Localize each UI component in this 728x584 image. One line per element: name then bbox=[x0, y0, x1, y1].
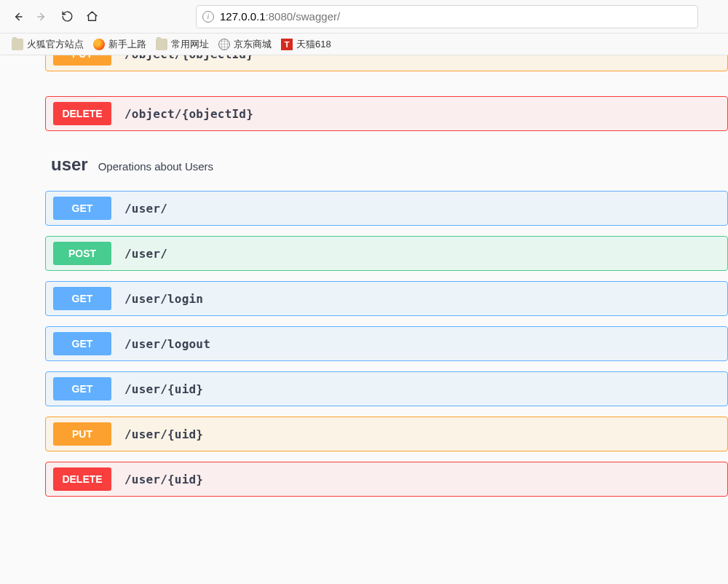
reload-icon bbox=[61, 10, 74, 23]
bookmark-label: 火狐官方站点 bbox=[27, 38, 84, 51]
url-text: 127.0.0.1:8080/swagger/ bbox=[220, 10, 340, 23]
op-path: /user/login bbox=[124, 292, 203, 306]
bookmark-common-sites[interactable]: 常用网址 bbox=[153, 36, 212, 52]
bookmark-firefox-official[interactable]: 火狐官方站点 bbox=[9, 36, 87, 52]
opblock-get-user-logout[interactable]: GET /user/logout bbox=[45, 326, 728, 361]
url-path: /swagger/ bbox=[293, 10, 340, 23]
page-content: PUT /object/{objectId} DELETE /object/{o… bbox=[0, 55, 728, 584]
op-path: /object/{objectId} bbox=[124, 55, 253, 61]
tag-name: user bbox=[51, 154, 88, 175]
opblock-delete-object[interactable]: DELETE /object/{objectId} bbox=[45, 96, 728, 131]
arrow-right-icon bbox=[36, 10, 49, 23]
opblock-post-user[interactable]: POST /user/ bbox=[45, 236, 728, 271]
firefox-icon bbox=[93, 39, 105, 50]
method-badge-get: GET bbox=[53, 332, 111, 355]
method-badge-put: PUT bbox=[53, 422, 111, 446]
tmall-icon: T bbox=[281, 39, 293, 50]
method-badge-get: GET bbox=[53, 287, 111, 310]
method-badge-put: PUT bbox=[53, 55, 111, 66]
bookmark-label: 常用网址 bbox=[171, 38, 209, 51]
forward-button[interactable] bbox=[31, 5, 54, 28]
info-icon[interactable]: i bbox=[202, 11, 214, 23]
bookmarks-bar: 火狐官方站点 新手上路 常用网址 京东商城 T 天猫618 bbox=[0, 33, 728, 55]
arrow-left-icon bbox=[11, 10, 24, 23]
opblock-put-user-uid[interactable]: PUT /user/{uid} bbox=[45, 417, 728, 451]
folder-icon bbox=[12, 39, 23, 50]
bookmark-getting-started[interactable]: 新手上路 bbox=[90, 36, 149, 52]
opblock-delete-user-uid[interactable]: DELETE /user/{uid} bbox=[45, 462, 728, 497]
op-path: /user/logout bbox=[124, 337, 210, 351]
browser-toolbar: i 127.0.0.1:8080/swagger/ bbox=[0, 0, 728, 33]
op-path: /object/{objectId} bbox=[124, 107, 253, 121]
bookmark-label: 新手上路 bbox=[108, 38, 146, 51]
bookmark-label: 京东商城 bbox=[234, 38, 272, 51]
globe-icon bbox=[218, 39, 230, 50]
opblock-put-object[interactable]: PUT /object/{objectId} bbox=[45, 55, 728, 71]
bookmark-tmall[interactable]: T 天猫618 bbox=[278, 36, 334, 52]
method-badge-delete: DELETE bbox=[53, 467, 111, 491]
op-path: /user/ bbox=[124, 202, 167, 216]
tag-section-user[interactable]: user Operations about Users bbox=[51, 154, 728, 175]
bookmark-label: 天猫618 bbox=[296, 38, 331, 51]
home-button[interactable] bbox=[80, 5, 103, 28]
bookmark-jd[interactable]: 京东商城 bbox=[215, 36, 274, 52]
opblock-get-user-login[interactable]: GET /user/login bbox=[45, 281, 728, 316]
op-path: /user/{uid} bbox=[124, 382, 203, 396]
method-badge-delete: DELETE bbox=[53, 102, 111, 125]
folder-icon bbox=[156, 39, 167, 50]
method-badge-get: GET bbox=[53, 197, 111, 220]
method-badge-get: GET bbox=[53, 377, 111, 400]
method-badge-post: POST bbox=[53, 242, 111, 265]
op-path: /user/{uid} bbox=[124, 473, 203, 486]
url-port: :8080 bbox=[266, 10, 293, 23]
opblock-get-user-uid[interactable]: GET /user/{uid} bbox=[45, 371, 728, 406]
op-path: /user/ bbox=[124, 247, 167, 261]
tag-description: Operations about Users bbox=[98, 160, 213, 173]
reload-button[interactable] bbox=[55, 5, 79, 28]
opblock-get-user-list[interactable]: GET /user/ bbox=[45, 191, 728, 226]
back-button[interactable] bbox=[6, 5, 29, 28]
url-bar[interactable]: i 127.0.0.1:8080/swagger/ bbox=[196, 5, 698, 28]
url-host: 127.0.0.1 bbox=[220, 10, 266, 23]
home-icon bbox=[86, 10, 98, 23]
op-path: /user/{uid} bbox=[124, 427, 203, 441]
